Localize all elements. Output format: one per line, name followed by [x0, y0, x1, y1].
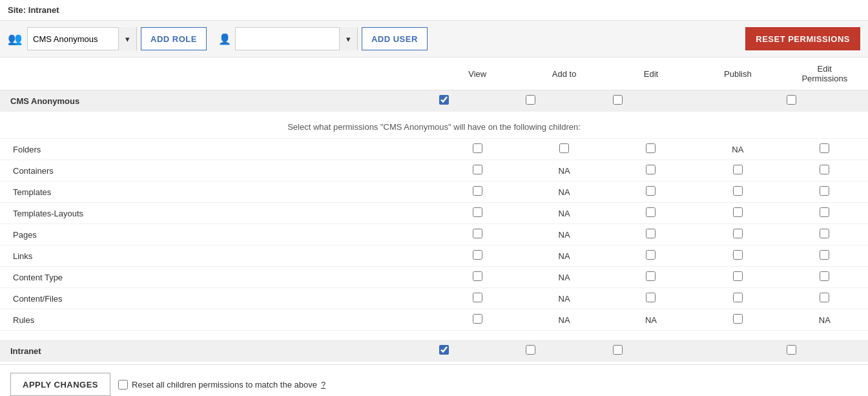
col-view: View: [434, 57, 521, 90]
cf-view-checkbox[interactable]: [473, 293, 482, 302]
links-addto-na: NA: [521, 245, 607, 267]
pages-view-checkbox[interactable]: [473, 229, 482, 238]
table-row: Folders NA: [0, 139, 868, 160]
intranet-view-checkbox[interactable]: [439, 345, 449, 355]
ct-view-checkbox[interactable]: [473, 271, 482, 281]
folders-edit-checkbox[interactable]: [646, 143, 656, 153]
add-user-button[interactable]: ADD USER: [362, 27, 428, 50]
table-row: Content Type NA: [0, 267, 868, 288]
table-header-row: View Add to Edit Publish EditPermissions: [0, 57, 868, 90]
intranet-addto-checkbox[interactable]: [526, 345, 535, 355]
containers-publish-checkbox[interactable]: [733, 165, 743, 174]
pages-edit-checkbox[interactable]: [646, 229, 656, 238]
reset-permissions-button[interactable]: RESET PERMISSIONS: [745, 27, 860, 50]
ct-editperm-checkbox[interactable]: [820, 271, 829, 281]
rules-edit-na: NA: [608, 309, 694, 331]
col-edit: Edit: [608, 57, 694, 90]
user-select-arrow[interactable]: ▾: [339, 27, 357, 50]
user-select[interactable]: admin john jane: [236, 28, 339, 50]
cms-anonymous-label: CMS Anonymous: [0, 90, 434, 112]
apply-changes-button[interactable]: APPLY CHANGES: [10, 373, 110, 396]
templates-view-checkbox[interactable]: [473, 186, 482, 196]
cf-edit-checkbox[interactable]: [646, 293, 656, 302]
cms-anonymous-publish-cell: [694, 90, 781, 112]
cms-anonymous-view-checkbox[interactable]: [439, 95, 449, 105]
row-label-templates-layouts: Templates-Layouts: [0, 203, 434, 224]
permissions-table: View Add to Edit Publish EditPermissions…: [0, 57, 868, 362]
table-row: Content/Files NA: [0, 288, 868, 309]
reset-children-link[interactable]: ?: [321, 380, 326, 390]
tl-edit-checkbox[interactable]: [646, 207, 656, 217]
reset-children-checkbox[interactable]: [118, 380, 128, 390]
ct-edit-checkbox[interactable]: [646, 271, 656, 281]
folders-publish-na: NA: [694, 139, 781, 160]
site-name: Intranet: [28, 5, 59, 15]
links-publish-checkbox[interactable]: [733, 250, 743, 260]
col-publish: Publish: [694, 57, 781, 90]
tl-addto-na: NA: [521, 203, 607, 224]
children-subheader-row: Select what permissions "CMS Anonymous" …: [0, 112, 868, 139]
row-label-rules: Rules: [0, 309, 434, 331]
containers-editperm-checkbox[interactable]: [820, 165, 829, 174]
role-select[interactable]: CMS Anonymous Editor Admin: [28, 28, 118, 50]
intranet-editperm-checkbox[interactable]: [787, 345, 796, 355]
table-row: Templates NA: [0, 182, 868, 203]
rules-addto-na: NA: [521, 309, 607, 331]
intranet-view-cell: [434, 340, 521, 362]
cms-anonymous-addto-checkbox[interactable]: [526, 95, 535, 105]
row-label-pages: Pages: [0, 224, 434, 245]
templates-addto-na: NA: [521, 182, 607, 203]
cms-anonymous-addto-cell: [521, 90, 607, 112]
cf-editperm-checkbox[interactable]: [820, 293, 829, 302]
tl-editperm-checkbox[interactable]: [820, 207, 829, 217]
links-view-checkbox[interactable]: [473, 250, 482, 260]
row-label-links: Links: [0, 245, 434, 267]
reset-children-text: Reset all children permissions to match …: [132, 380, 317, 390]
cms-anonymous-editperm-checkbox[interactable]: [787, 95, 796, 105]
cf-publish-checkbox[interactable]: [733, 293, 743, 302]
role-group: 👥 CMS Anonymous Editor Admin ▾ ADD ROLE: [8, 27, 207, 50]
row-label-containers: Containers: [0, 160, 434, 182]
containers-addto-na: NA: [521, 160, 607, 182]
ct-publish-checkbox[interactable]: [733, 271, 743, 281]
ct-addto-na: NA: [521, 267, 607, 288]
folders-editperm-checkbox[interactable]: [820, 143, 829, 153]
tl-view-checkbox[interactable]: [473, 207, 482, 217]
containers-edit-checkbox[interactable]: [646, 165, 656, 174]
toolbar: 👥 CMS Anonymous Editor Admin ▾ ADD ROLE …: [0, 21, 868, 57]
links-edit-checkbox[interactable]: [646, 250, 656, 260]
table-row: Containers NA: [0, 160, 868, 182]
pages-publish-checkbox[interactable]: [733, 229, 743, 238]
links-editperm-checkbox[interactable]: [820, 250, 829, 260]
row-label-templates: Templates: [0, 182, 434, 203]
cms-anonymous-row: CMS Anonymous: [0, 90, 868, 112]
rules-publish-checkbox[interactable]: [733, 314, 743, 324]
cms-anonymous-edit-cell: [608, 90, 694, 112]
role-select-wrapper[interactable]: CMS Anonymous Editor Admin ▾: [27, 27, 137, 50]
table-row: Templates-Layouts NA: [0, 203, 868, 224]
children-subheader-text: Select what permissions "CMS Anonymous" …: [0, 112, 868, 139]
containers-view-checkbox[interactable]: [473, 165, 482, 174]
templates-edit-checkbox[interactable]: [646, 186, 656, 196]
intranet-edit-checkbox[interactable]: [613, 345, 623, 355]
templates-editperm-checkbox[interactable]: [820, 186, 829, 196]
reset-children-label[interactable]: Reset all children permissions to match …: [118, 380, 326, 390]
intranet-editperm-cell: [781, 340, 868, 362]
table-row: Pages NA: [0, 224, 868, 245]
folders-view-checkbox[interactable]: [473, 143, 482, 153]
tl-publish-checkbox[interactable]: [733, 207, 743, 217]
table-row: Links NA: [0, 245, 868, 267]
cf-addto-na: NA: [521, 288, 607, 309]
pages-editperm-checkbox[interactable]: [820, 229, 829, 238]
table-row: Rules NA NA NA: [0, 309, 868, 331]
templates-publish-checkbox[interactable]: [733, 186, 743, 196]
add-role-button[interactable]: ADD ROLE: [141, 27, 207, 50]
intranet-publish-cell: [694, 340, 781, 362]
user-icon: 👤: [218, 33, 231, 45]
cms-anonymous-edit-checkbox[interactable]: [613, 95, 623, 105]
rules-view-checkbox[interactable]: [473, 314, 482, 324]
user-select-wrapper[interactable]: admin john jane ▾: [235, 27, 358, 50]
folders-addto-checkbox[interactable]: [559, 143, 569, 153]
role-select-arrow[interactable]: ▾: [118, 27, 136, 50]
intranet-addto-cell: [521, 340, 607, 362]
